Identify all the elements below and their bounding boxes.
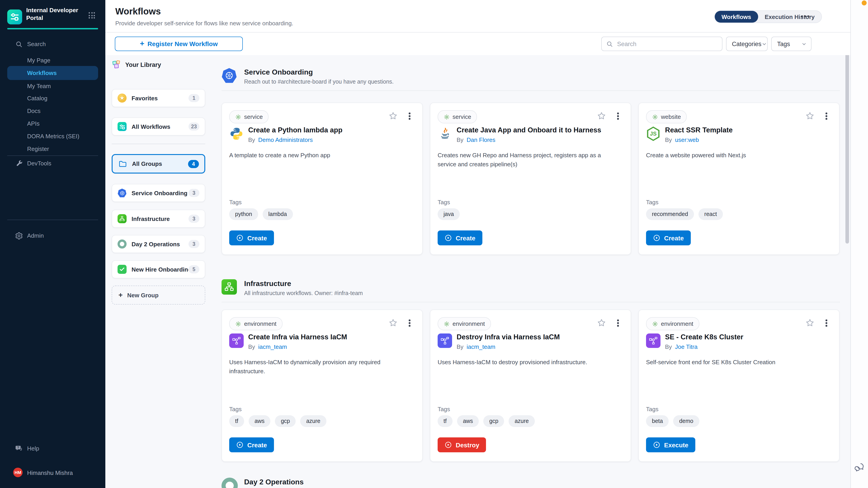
create-button[interactable]: Create [646, 230, 690, 246]
search-icon [15, 40, 23, 48]
new-group-button[interactable]: + New Group [112, 286, 205, 304]
kebab-menu-icon[interactable] [406, 111, 413, 121]
owner-link[interactable]: iacm_team [258, 344, 287, 350]
sidebar-item-label: My Team [27, 83, 51, 90]
chat-bubbles-icon[interactable] [855, 462, 865, 474]
favorite-star-icon[interactable] [388, 110, 398, 121]
section-service-onboarding: Service Onboarding Reach out to #archite… [221, 68, 840, 255]
create-button[interactable]: Create [229, 437, 274, 452]
register-new-workflow-button[interactable]: + Register New Workflow [115, 37, 243, 51]
sidebar-item-docs[interactable]: Docs [7, 104, 98, 118]
owner-link[interactable]: Dan Flores [467, 136, 495, 143]
destroy-button[interactable]: Destroy [438, 437, 486, 452]
library-cubes-icon [112, 60, 122, 70]
action-label: Create [247, 234, 267, 241]
sidebar-item-workflows[interactable]: Workflows [7, 66, 98, 80]
favorite-star-icon[interactable] [388, 317, 398, 328]
tag-chip: tf [438, 415, 453, 427]
library-item-all-workflows[interactable]: All Workflows 23 [112, 118, 205, 135]
count-badge: 4 [188, 160, 199, 168]
search-input[interactable] [616, 40, 717, 48]
chevron-down-icon [762, 41, 767, 47]
action-label: Destroy [456, 441, 479, 449]
create-button[interactable]: Create [229, 230, 274, 246]
sidebar-item-dora-metrics-sei[interactable]: DORA Metrics (SEI) [7, 129, 98, 143]
sidebar-item-admin[interactable]: Admin [7, 229, 98, 242]
more-options-ellipsis-icon[interactable] [801, 15, 809, 17]
owner-link[interactable]: Joe Titra [675, 344, 698, 350]
categories-dropdown[interactable]: Categories [726, 37, 768, 51]
play-icon [653, 234, 660, 242]
library-item-service-onboarding[interactable]: Service Onboarding 3 [112, 184, 205, 202]
sidebar-item-register[interactable]: Register [7, 142, 98, 156]
flowchart-indigo-icon [438, 333, 452, 348]
tag-list: java [438, 208, 460, 220]
vertical-scrollbar[interactable] [845, 55, 849, 243]
kind-chip: service [438, 110, 477, 123]
library-item-favorites[interactable]: ★ Favorites 1 [112, 89, 205, 107]
sidebar-item-devtools[interactable]: DevTools [7, 156, 98, 170]
kebab-menu-icon[interactable] [406, 318, 413, 328]
workflow-description: Self-service front end for SE K8s Cluste… [646, 358, 829, 367]
flowchart-purple-icon [646, 333, 660, 348]
tab-workflows[interactable]: Workflows [715, 11, 758, 23]
execute-button[interactable]: Execute [646, 437, 695, 452]
library-item-label: Service Onboarding [131, 190, 188, 196]
tag-list: tfawsgcpazure [438, 415, 535, 427]
tab-execution-history[interactable]: Execution History [758, 11, 822, 23]
kebab-menu-icon[interactable] [614, 111, 622, 121]
library-item-all-groups[interactable]: All Groups 4 [112, 154, 205, 173]
owner-link[interactable]: iacm_team [467, 344, 495, 350]
sidebar-item-help[interactable]: ? Help [7, 442, 98, 455]
sidebar-item-apis[interactable]: APIs [7, 117, 98, 131]
right-utility-rail [850, 0, 868, 488]
workflow-card-create-a-python-lambda-app: service Create a Python lambda app By De… [221, 103, 423, 255]
workflow-title: Destroy Infra via Harness IaCM [457, 333, 624, 341]
kebab-menu-icon[interactable] [823, 318, 830, 328]
kind-chip: environment [229, 317, 282, 330]
library-item-day-2-operations[interactable]: Day 2 Operations 3 [112, 235, 205, 253]
favorite-star-icon[interactable] [804, 317, 815, 328]
sidebar-item-catalog[interactable]: Catalog [7, 91, 98, 105]
library-item-label: All Groups [132, 160, 188, 167]
favorite-star-icon[interactable] [596, 317, 607, 328]
library-item-new-hire-onboarding[interactable]: New Hire Onboarding 5 [112, 260, 205, 278]
kebab-menu-icon[interactable] [823, 111, 830, 121]
kubernetes-icon [118, 188, 127, 197]
sidebar-item-user[interactable]: Himanshu Mishra [7, 466, 98, 480]
app-launcher-grid-icon[interactable] [89, 12, 95, 19]
owner-link[interactable]: Demo Administrators [258, 136, 313, 143]
owner-link[interactable]: user:web [675, 136, 699, 143]
workflow-card-create-infra-via-harness-iacm: environment Create Infra via Harness IaC… [221, 310, 423, 462]
workflow-card-react-ssr-template: website JS React SSR Template By user:we… [638, 103, 839, 255]
create-button[interactable]: Create [438, 230, 482, 246]
sidebar-item-my-team[interactable]: My Team [7, 79, 98, 93]
by-label: By [248, 136, 255, 143]
sidebar-item-search[interactable]: Search [7, 37, 98, 51]
action-label: Create [664, 234, 684, 241]
play-icon [653, 441, 660, 449]
sidebar-item-label: Register [27, 145, 49, 152]
section-subtitle: Reach out to #architecture-board if you … [244, 78, 394, 85]
tags-label: Tags [438, 406, 450, 413]
kebab-menu-icon[interactable] [614, 318, 622, 328]
workflow-title: React SSR Template [665, 126, 833, 134]
sidebar-item-label: DevTools [27, 160, 51, 167]
favorite-star-icon[interactable] [804, 110, 815, 121]
count-badge: 1 [188, 94, 199, 102]
sidebar-item-my-page[interactable]: My Page [7, 53, 98, 67]
folder-icon [118, 159, 127, 168]
kind-chip-label: website [661, 113, 681, 120]
tag-chip: beta [646, 415, 669, 427]
tags-dropdown[interactable]: Tags [771, 37, 811, 51]
workflows-teal-icon [118, 122, 127, 131]
sidebar-item-label: Catalog [27, 95, 48, 102]
favorite-star-icon[interactable] [596, 110, 607, 121]
sidebar-divider [7, 220, 98, 220]
workflow-description: Creates new GH Repo and Harness project,… [438, 151, 621, 169]
count-badge: 5 [188, 265, 199, 273]
library-item-infrastructure[interactable]: Infrastructure 3 [112, 210, 205, 228]
action-label: Create [247, 441, 267, 449]
workflow-title: SE - Create K8s Cluster [665, 333, 833, 341]
kind-chip-label: environment [661, 320, 693, 327]
